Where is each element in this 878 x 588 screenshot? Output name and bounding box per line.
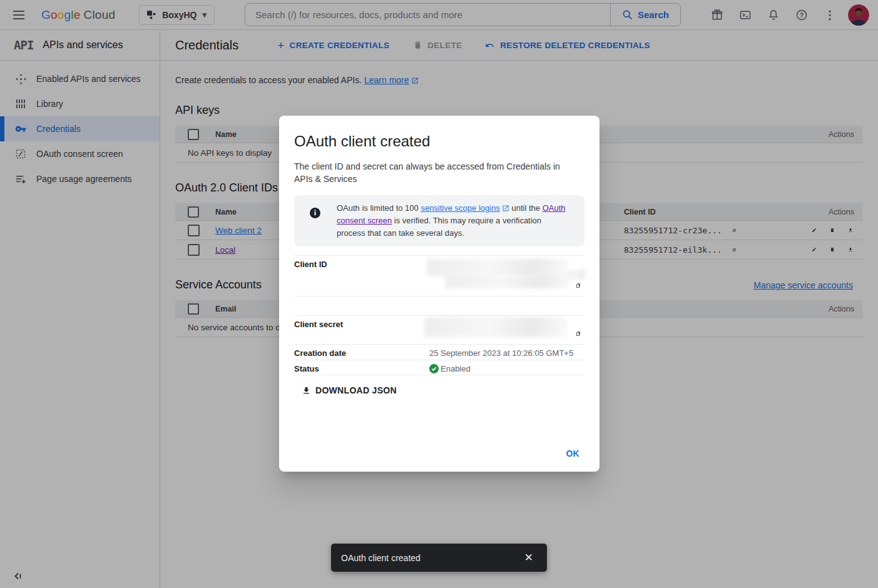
client-id-label: Client ID bbox=[294, 256, 429, 296]
download-json-button[interactable]: DOWNLOAD JSON bbox=[302, 385, 397, 395]
notice-mid: until the bbox=[509, 203, 543, 213]
copy-client-secret-icon[interactable] bbox=[572, 327, 584, 340]
client-secret-row: Client secret bbox=[294, 315, 584, 344]
creation-date-row: Creation date 25 September 2023 at 10:26… bbox=[294, 344, 584, 360]
client-secret-label: Client secret bbox=[294, 316, 429, 344]
ok-button[interactable]: OK bbox=[562, 448, 583, 459]
download-icon bbox=[302, 386, 311, 395]
oauth-client-created-dialog: OAuth client created The client ID and s… bbox=[279, 116, 600, 472]
download-json-label: DOWNLOAD JSON bbox=[315, 385, 397, 395]
redacted-blob bbox=[427, 259, 568, 276]
toast-message: OAuth client created bbox=[341, 553, 421, 563]
status-label: Status bbox=[294, 360, 429, 375]
spacer-row bbox=[294, 296, 584, 315]
creation-date-value: 25 September 2023 at 10:26:05 GMT+5 bbox=[429, 345, 584, 360]
info-icon: i bbox=[310, 208, 320, 218]
client-id-row: Client ID bbox=[294, 255, 584, 296]
notice-text: OAuth is limited to 100 sensitive scope … bbox=[337, 202, 572, 240]
sensitive-scope-logins-link[interactable]: sensitive scope logins bbox=[421, 203, 499, 213]
toast-close-icon[interactable]: ✕ bbox=[521, 550, 537, 565]
external-link-icon bbox=[502, 205, 509, 212]
notice-pre: OAuth is limited to 100 bbox=[337, 203, 421, 213]
oauth-limit-notice: i OAuth is limited to 100 sensitive scop… bbox=[294, 195, 584, 246]
check-circle-icon bbox=[429, 364, 439, 373]
screen: Google Cloud BoxyHQ ▾ Search bbox=[0, 0, 878, 588]
redacted-blob bbox=[424, 317, 567, 337]
toast: OAuth client created ✕ bbox=[331, 544, 547, 572]
dialog-fields: Client ID Client secret Creation date 25… bbox=[294, 255, 584, 375]
dialog-subtitle: The client ID and secret can always be a… bbox=[294, 160, 569, 185]
client-secret-value-redacted bbox=[429, 316, 572, 344]
status-text: Enabled bbox=[441, 364, 471, 373]
creation-date-label: Creation date bbox=[294, 345, 429, 360]
status-row: Status Enabled bbox=[294, 360, 584, 375]
dialog-title: OAuth client created bbox=[294, 133, 584, 150]
copy-client-id-icon[interactable] bbox=[572, 279, 584, 291]
status-value: Enabled bbox=[429, 360, 584, 375]
redacted-blob bbox=[568, 270, 586, 280]
redacted-blob bbox=[446, 275, 569, 288]
client-id-value-redacted bbox=[429, 256, 572, 296]
